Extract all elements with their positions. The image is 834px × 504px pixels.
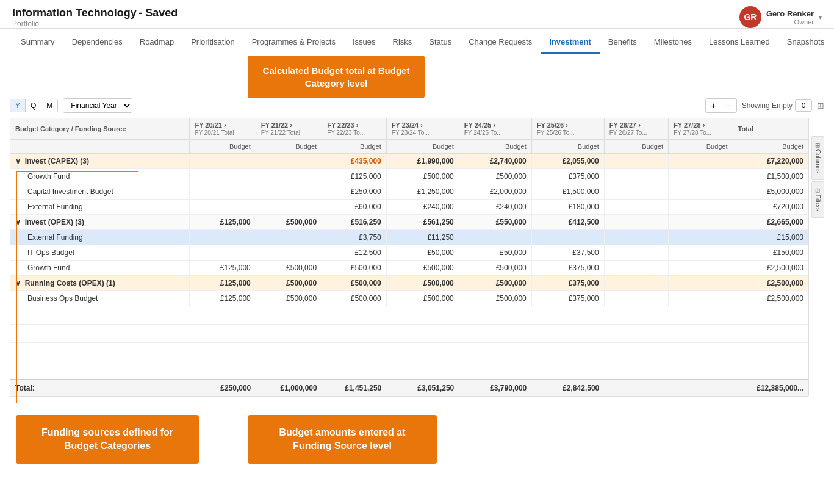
nav-milestones[interactable]: Milestones xyxy=(645,31,700,54)
left-bracket-top xyxy=(16,171,138,172)
nav-lessons[interactable]: Lessons Learned xyxy=(700,31,778,54)
cell xyxy=(256,184,322,200)
col-fy2627[interactable]: FY 26/27 ›FY 26/27 To... xyxy=(604,118,668,140)
total-cell: £3,790,000 xyxy=(459,380,531,396)
totals-row: Total: £250,000 £1,000,000 £1,451,250 £3… xyxy=(10,380,808,396)
cell xyxy=(459,230,531,245)
cell xyxy=(256,245,322,261)
category-label: ∨ Running Costs (OPEX) (1) xyxy=(10,276,190,291)
nav-programmes[interactable]: Programmes & Projects xyxy=(243,31,344,54)
cell: £50,000 xyxy=(459,245,531,261)
col-fy2324[interactable]: FY 23/24 ›FY 23/24 To... xyxy=(386,118,459,140)
cell: £500,000 xyxy=(322,276,387,291)
cell: £50,000 xyxy=(386,245,459,261)
total-cell: £1,451,250 xyxy=(322,380,387,396)
table-row[interactable]: External Funding £60,000 £240,000 £240,0… xyxy=(10,200,808,215)
nav-roadmap[interactable]: Roadmap xyxy=(131,31,182,54)
table-row[interactable]: ∨ Invest (OPEX) (3) £125,000 £500,000 £5… xyxy=(10,215,808,230)
total-cell xyxy=(604,380,668,396)
cell: £2,740,000 xyxy=(459,154,531,169)
table-row[interactable]: ∨ Invest (CAPEX) (3) £435,000 £1,990,000… xyxy=(10,154,808,169)
columns-panel-button[interactable]: ⊞ Columns xyxy=(811,136,824,180)
cell: £2,665,000 xyxy=(733,215,808,230)
table-row[interactable]: IT Ops Budget £12,500 £50,000 £50,000 £3… xyxy=(10,245,808,261)
nav-benefits[interactable]: Benefits xyxy=(600,31,645,54)
cell: £250,000 xyxy=(322,184,387,200)
nav-issues[interactable]: Issues xyxy=(344,31,384,54)
nav-prioritisation[interactable]: Prioritisation xyxy=(182,31,243,54)
budget-label-row: Budget Budget Budget Budget Budget Budge… xyxy=(10,140,808,154)
cell: £500,000 xyxy=(459,291,531,306)
cell xyxy=(604,200,668,215)
cell xyxy=(256,230,322,245)
grid-icon[interactable]: ⊞ xyxy=(817,101,824,110)
cell: £15,000 xyxy=(733,230,808,245)
filters-panel-button[interactable]: ⊟ Filters xyxy=(811,181,824,218)
cell: £125,000 xyxy=(190,215,256,230)
total-cell: £3,051,250 xyxy=(386,380,459,396)
y-button[interactable]: Y xyxy=(10,99,26,112)
total-label: Total: xyxy=(10,380,190,396)
chevron-down-icon[interactable]: ▾ xyxy=(819,14,822,21)
cell xyxy=(669,245,733,261)
source-label: External Funding xyxy=(10,230,190,245)
empty-row xyxy=(10,343,808,361)
nav-dependencies[interactable]: Dependencies xyxy=(63,31,131,54)
table-row[interactable]: External Funding £3,750 £11,250 £15,000 xyxy=(10,230,808,245)
col-total: Total xyxy=(733,118,808,140)
showing-empty: Showing Empty xyxy=(742,99,812,112)
col-fy2122[interactable]: FY 21/22 ›FY 21/22 Total xyxy=(256,118,322,140)
table-row[interactable]: ∨ Running Costs (OPEX) (1) £125,000 £500… xyxy=(10,276,808,291)
col-header-row: Budget Category / Funding Source FY 20/2… xyxy=(10,118,808,140)
col-fy2425[interactable]: FY 24/25 ›FY 24/25 To... xyxy=(459,118,531,140)
budget-label-5: Budget xyxy=(459,140,531,154)
callout-left: Funding sources defined for Budget Categ… xyxy=(16,415,199,464)
cell: £516,250 xyxy=(322,215,387,230)
budget-label-7: Budget xyxy=(604,140,668,154)
cell xyxy=(669,215,733,230)
nav-summary[interactable]: Summary xyxy=(12,31,63,54)
budget-label-1: Budget xyxy=(190,140,256,154)
cell: £500,000 xyxy=(459,261,531,276)
cell: £500,000 xyxy=(459,276,531,291)
cell: £2,500,000 xyxy=(733,261,808,276)
table-wrapper: Budget Category / Funding Source FY 20/2… xyxy=(10,118,809,397)
cell xyxy=(669,230,733,245)
cell xyxy=(604,184,668,200)
financial-year-select[interactable]: Financial Year xyxy=(63,98,132,113)
total-cell xyxy=(669,380,733,396)
col-fy2526[interactable]: FY 25/26 ›FY 25/26 To... xyxy=(531,118,604,140)
table-row[interactable]: Business Ops Budget £125,000 £500,000 £5… xyxy=(10,291,808,306)
cell: £125,000 xyxy=(190,291,256,306)
m-button[interactable]: M xyxy=(41,99,57,112)
cell xyxy=(604,169,668,184)
portfolio-title-row: Information Technology - Saved xyxy=(12,7,178,20)
table-row[interactable]: Growth Fund £125,000 £500,000 £500,000 £… xyxy=(10,261,808,276)
budget-label-2: Budget xyxy=(256,140,322,154)
cell xyxy=(669,184,733,200)
nav-status[interactable]: Status xyxy=(420,31,460,54)
table-row[interactable]: Capital Investment Budget £250,000 £1,25… xyxy=(10,184,808,200)
main-content: Calculated Budget total at Budget Catego… xyxy=(0,54,834,504)
nav-investment[interactable]: Investment xyxy=(541,31,600,54)
cell: £500,000 xyxy=(256,291,322,306)
nav-snapshots[interactable]: Snapshots xyxy=(778,31,833,54)
showing-empty-input[interactable] xyxy=(795,99,812,112)
portfolio-title: Information Technology xyxy=(12,7,137,19)
add-remove-group: + − xyxy=(705,98,736,113)
q-button[interactable]: Q xyxy=(26,99,41,112)
budget-label-9: Budget xyxy=(733,140,808,154)
remove-button[interactable]: − xyxy=(721,99,736,112)
col-fy2223[interactable]: FY 22/23 ›FY 22/23 To... xyxy=(322,118,387,140)
col-fy2728[interactable]: FY 27/28 ›FY 27/28 To... xyxy=(669,118,733,140)
nav-risks[interactable]: Risks xyxy=(384,31,421,54)
cell: £180,000 xyxy=(531,200,604,215)
cell xyxy=(256,169,322,184)
blank-sub-header xyxy=(10,140,190,154)
cell xyxy=(190,169,256,184)
nav-change-requests[interactable]: Change Requests xyxy=(460,31,541,54)
cell xyxy=(604,291,668,306)
add-button[interactable]: + xyxy=(706,99,721,112)
first-col-header: Budget Category / Funding Source xyxy=(10,118,190,140)
col-fy2021[interactable]: FY 20/21 ›FY 20/21 Total xyxy=(190,118,256,140)
